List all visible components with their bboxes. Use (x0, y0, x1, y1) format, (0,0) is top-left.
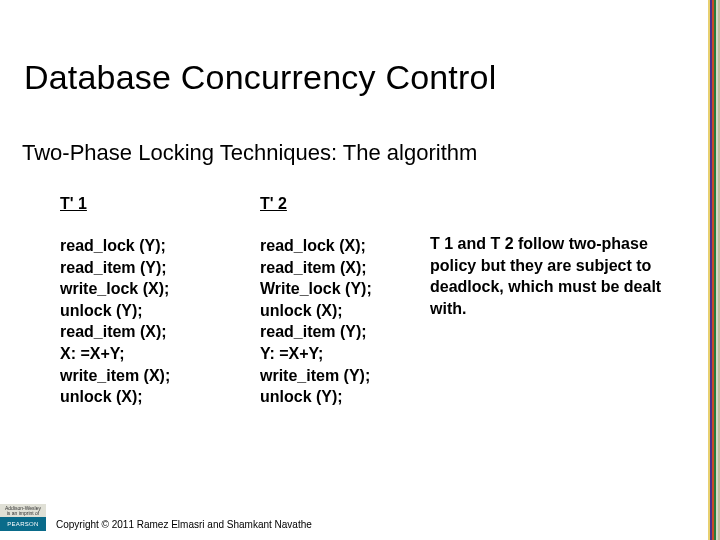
page-subtitle: Two-Phase Locking Techniques: The algori… (22, 140, 477, 166)
t2-operations: read_lock (X); read_item (X); Write_lock… (260, 235, 430, 408)
copyright-text: Copyright © 2011 Ramez Elmasri and Shamk… (56, 519, 312, 530)
t1-operations: read_lock (Y); read_item (Y); write_lock… (60, 235, 260, 408)
aw-line2: is an imprint of (7, 510, 40, 516)
page-title: Database Concurrency Control (24, 58, 496, 97)
t1-header: T' 1 (60, 195, 260, 213)
t2-header: T' 2 (260, 195, 430, 213)
addison-wesley-label: Addison-Wesley is an imprint of (0, 504, 46, 517)
decorative-stripe (708, 0, 720, 540)
publisher-logo: Addison-Wesley is an imprint of PEARSON (0, 504, 46, 540)
content-columns: T' 1 read_lock (Y); read_item (Y); write… (60, 195, 690, 408)
pearson-label: PEARSON (0, 517, 46, 531)
column-t1: T' 1 read_lock (Y); read_item (Y); write… (60, 195, 260, 408)
slide: Database Concurrency Control Two-Phase L… (0, 0, 720, 540)
note-text: T 1 and T 2 follow two-phase policy but … (430, 195, 690, 319)
column-t2: T' 2 read_lock (X); read_item (X); Write… (260, 195, 430, 408)
column-note: T 1 and T 2 follow two-phase policy but … (430, 195, 690, 408)
